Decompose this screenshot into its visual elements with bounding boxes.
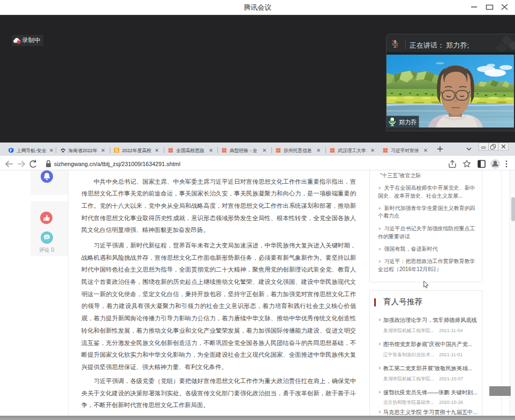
svg-text:郑力乔: 郑力乔 xyxy=(399,119,416,125)
